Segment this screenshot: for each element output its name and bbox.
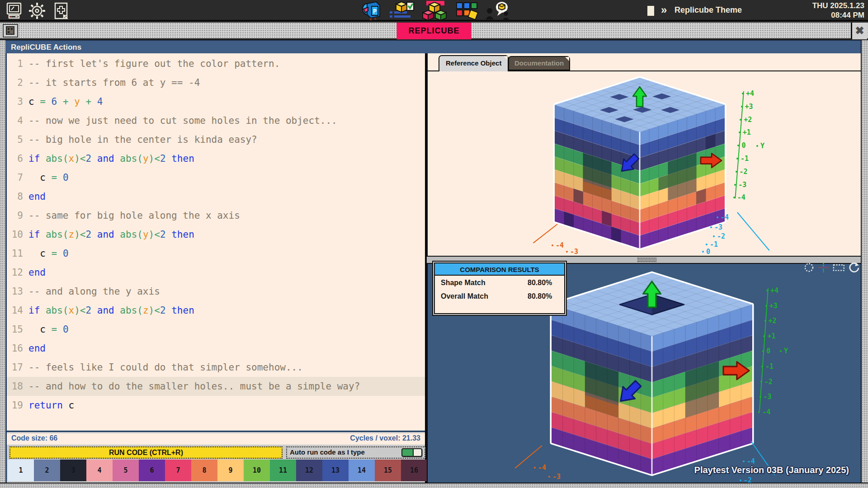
code-editor[interactable]: 1-- first let's figure out the color pat… [7, 53, 425, 432]
window-titlebar[interactable]: REPLICUBE ✖ [0, 23, 868, 39]
axis-tick: -4 [721, 213, 729, 221]
code-line[interactable]: 12end [7, 263, 425, 282]
code-line[interactable]: 19return c [7, 396, 425, 415]
code-token: -- first let's figure out the color patt… [28, 58, 280, 69]
app-icon[interactable] [3, 24, 18, 38]
code-token: < [80, 305, 86, 316]
run-code-button[interactable]: RUN CODE (CTRL+R) [9, 446, 283, 459]
line-number: 15 [7, 320, 23, 339]
code-line[interactable]: 18-- and how to do the smaller holes.. m… [7, 377, 425, 396]
palette-cell-15[interactable]: 15 [375, 460, 401, 481]
code-line[interactable]: 5-- big hole in the center is kinda easy… [7, 130, 425, 149]
code-token: -- and along the y axis [28, 286, 160, 297]
comparison-results: COMPARISON RESULTS Shape Match80.80%Over… [432, 261, 567, 316]
code-line[interactable]: 6if abs(x)<2 and abs(y)<2 then [7, 149, 425, 168]
line-number: 2 [7, 73, 23, 92]
comparison-value: 80.80% [528, 292, 552, 300]
bottom-scroll-edge[interactable] [0, 483, 868, 488]
axis-tick: +1 [767, 332, 775, 340]
palette-cell-10[interactable]: 10 [244, 460, 270, 481]
palette-cell-8[interactable]: 8 [191, 460, 217, 481]
code-line[interactable]: 13-- and along the y axis [7, 282, 425, 301]
code-token: ) [74, 229, 80, 240]
code-token: 0 [63, 324, 69, 335]
code-line[interactable]: 9-- same for big hole along the x axis [7, 206, 425, 225]
chevrons-icon: » [661, 4, 667, 16]
palette-cell-3[interactable]: 3 [60, 460, 86, 481]
color-grid-icon[interactable] [456, 2, 479, 20]
new-file-icon[interactable] [53, 2, 69, 19]
palette-cell-16[interactable]: 16 [401, 460, 427, 481]
axis-tick: -2 [764, 378, 773, 386]
code-line[interactable]: 17-- feels like I could do that simpler … [7, 358, 425, 377]
code-token: c [28, 324, 52, 335]
axis-tick: 0 [741, 141, 745, 150]
theme-label[interactable]: Replicube Theme [675, 5, 742, 15]
line-number: 4 [7, 111, 23, 130]
circle-select-icon[interactable] [804, 262, 814, 273]
mailbox-icon[interactable]: P [361, 1, 382, 21]
axis-tick: -3 [570, 248, 578, 256]
rotate-view-icon[interactable] [849, 262, 860, 273]
palette-cell-1[interactable]: 1 [8, 460, 34, 481]
palette-cell-2[interactable]: 2 [34, 460, 60, 481]
code-line[interactable]: 11 c = 0 [7, 244, 425, 263]
code-token: -- and how to do the smaller holes.. mus… [28, 381, 360, 392]
palette-cell-5[interactable]: 5 [113, 460, 139, 481]
tab-reference-object[interactable]: Reference Object [439, 55, 509, 71]
code-line[interactable]: 3c = 6 + y + 4 [7, 92, 425, 111]
code-line[interactable]: 14if abs(x)<2 and abs(z)<2 then [7, 301, 425, 320]
box-select-icon[interactable] [833, 262, 845, 273]
editor-column: 1-- first let's figure out the color pat… [5, 53, 427, 483]
autorun-toggle[interactable] [401, 448, 422, 457]
code-line[interactable]: 1-- first let's figure out the color pat… [7, 54, 425, 73]
palette: 12345678910111213141516 [8, 460, 427, 481]
tab-documentation[interactable]: Documentation [508, 56, 570, 70]
tasks-cube-icon[interactable] [389, 1, 414, 20]
axis-tick: -2 [717, 232, 725, 240]
palette-cell-12[interactable]: 12 [296, 460, 322, 481]
palette-cell-7[interactable]: 7 [165, 460, 191, 481]
gear-icon[interactable] [28, 2, 46, 20]
code-line[interactable]: 10if abs(z)<2 and abs(y)<2 then [7, 225, 425, 244]
code-token: + [85, 96, 97, 107]
code-line[interactable]: 8end [7, 187, 425, 206]
palette-cell-4[interactable]: 4 [86, 460, 113, 481]
line-number: 10 [7, 225, 23, 244]
code-line[interactable]: 2-- it starts from 6 at y == -4 [7, 73, 425, 92]
code-token: ) [149, 229, 155, 240]
editor-status-bar: Code size: 66 Cycles / voxel: 21.33 [7, 433, 425, 445]
code-token: if [28, 229, 46, 240]
code-line[interactable]: 7 c = 0 [7, 168, 425, 187]
divider-handle[interactable] [637, 258, 656, 262]
line-number: 5 [7, 130, 23, 149]
code-line[interactable]: 16end [7, 339, 425, 358]
window-title: REPLICUBE [396, 23, 471, 39]
code-line[interactable]: 15 c = 0 [7, 320, 425, 339]
palette-cell-11[interactable]: 11 [270, 460, 296, 481]
code-token: if [28, 305, 46, 316]
palette-cell-14[interactable]: 14 [349, 460, 375, 481]
reference-panel[interactable]: Reference ObjectDocumentation +4+3+2+10-… [427, 53, 861, 256]
line-number: 8 [7, 187, 23, 206]
code-token: then [171, 305, 194, 316]
code-token: = [52, 248, 63, 259]
computer-icon[interactable] [6, 2, 22, 19]
palette-cell-6[interactable]: 6 [139, 460, 165, 481]
palette-cell-13[interactable]: 13 [322, 460, 349, 481]
code-line[interactable]: 4-- now we just need to cut some holes i… [7, 111, 425, 130]
palette-cell-9[interactable]: 9 [217, 460, 244, 481]
line-number: 19 [7, 396, 23, 415]
axes-icon[interactable] [818, 262, 829, 273]
code-size-label: Code size: 66 [11, 434, 57, 442]
right-scroll-edge[interactable] [861, 40, 868, 483]
close-button[interactable]: ✖ [851, 23, 867, 39]
chat-cube-icon[interactable] [485, 1, 510, 20]
axis-tick: 0 [706, 248, 710, 256]
cubes-icon[interactable] [422, 1, 447, 21]
autorun-box: Auto run code as I type [286, 446, 425, 459]
line-number: 1 [7, 54, 23, 73]
code-token: 2 [85, 305, 97, 316]
code-token: < [80, 153, 86, 164]
clock: THU 2025.1.23 08:44 PM [812, 1, 864, 20]
